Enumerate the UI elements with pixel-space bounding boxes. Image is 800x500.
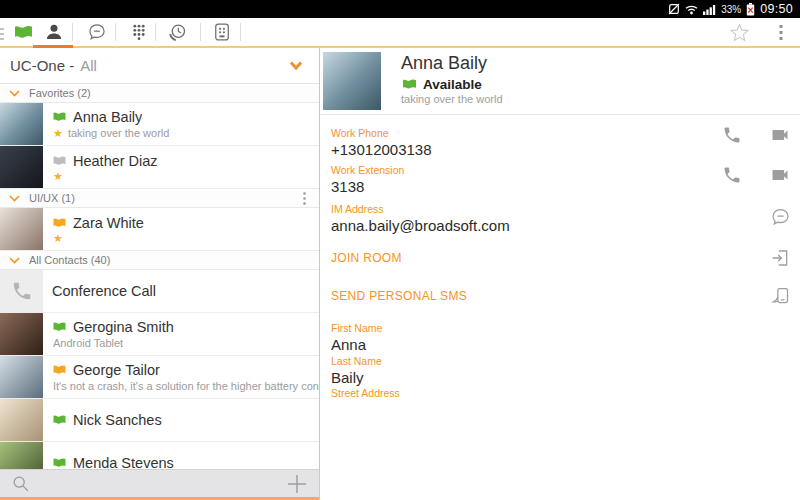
status-bar: 33% 09:50: [0, 0, 800, 18]
contact-row-heather-diaz[interactable]: Heather Diaz ★: [0, 146, 319, 189]
search-icon[interactable]: [12, 475, 30, 493]
contact-name: Nick Sanches: [73, 412, 162, 428]
contact-status: It's not a crash, it's a solution for th…: [53, 380, 319, 392]
video-call-icon[interactable]: [769, 165, 791, 185]
contact-name: Menda Stevens: [73, 455, 174, 469]
battery-alert-icon: [746, 3, 755, 16]
group-menu-icon[interactable]: [303, 192, 310, 205]
avatar: [0, 146, 43, 188]
contact-row-conference-call[interactable]: Conference Call: [0, 270, 319, 313]
field-im-address: IM Address anna.baily@broadsoft.com: [320, 195, 800, 239]
contact-row-george-tailor[interactable]: George Tailor It's not a crash, it's a s…: [0, 356, 319, 399]
directory-selector[interactable]: UC-One - All: [0, 48, 319, 84]
contact-row-nick-sanches[interactable]: Nick Sanches: [0, 399, 319, 442]
action-label: SEND PERSONAL SMS: [331, 289, 467, 303]
tab-call-history-icon[interactable]: [167, 22, 188, 47]
contact-row-gerogina-smith[interactable]: Gerogina Smith Android Tablet: [0, 313, 319, 356]
field-label: Street Address: [331, 387, 800, 399]
favorite-star-icon: ★: [53, 128, 63, 139]
avatar: [0, 208, 43, 250]
active-tab-indicator: [33, 45, 73, 48]
call-icon[interactable]: [722, 125, 742, 145]
avatar: [0, 356, 43, 398]
group-header-all-contacts[interactable]: All Contacts (40): [0, 251, 319, 270]
presence-flag-icon: [52, 217, 67, 229]
contact-name: Conference Call: [52, 283, 156, 299]
overflow-menu-icon[interactable]: [779, 25, 783, 45]
battery-percent: 33%: [721, 4, 741, 15]
avatar: [0, 442, 43, 469]
presence-flag-icon: [52, 457, 67, 469]
presence-flag-icon: [52, 321, 67, 333]
toolbar-divider: [200, 23, 201, 41]
group-title: UI/UX (1): [29, 192, 75, 204]
call-icon[interactable]: [722, 165, 742, 185]
avatar: [0, 103, 43, 145]
favorites-star-icon[interactable]: [729, 22, 750, 47]
toolbar-divider: [115, 23, 116, 41]
group-header-uiux[interactable]: UI/UX (1): [0, 189, 319, 208]
action-label: JOIN ROOM: [331, 251, 402, 265]
sms-icon[interactable]: [770, 286, 791, 307]
contact-photo: [323, 52, 381, 110]
directory-filter: All: [80, 57, 97, 74]
presence-flag-icon: [52, 364, 67, 376]
tab-my-room-icon[interactable]: [212, 22, 232, 46]
field-first-name: First Name Anna: [320, 315, 800, 348]
field-label: IM Address: [331, 203, 800, 215]
group-title: Favorites (2): [29, 87, 91, 99]
contact-row-zara-white[interactable]: Zara White ★: [0, 208, 319, 251]
contact-row-menda-stevens[interactable]: Menda Stevens: [0, 442, 319, 469]
field-label: Last Name: [331, 355, 800, 367]
clock-time: 09:50: [760, 2, 793, 16]
tab-dialpad-icon[interactable]: [129, 22, 149, 46]
signal-strength-icon: [703, 4, 716, 15]
favorite-star-icon: ★: [53, 233, 63, 244]
contact-name: Heather Diaz: [73, 153, 158, 169]
tab-presence-flag-icon[interactable]: [13, 24, 34, 45]
wifi-icon: [685, 4, 698, 15]
favorite-star-icon: ★: [53, 171, 63, 182]
contact-name: Zara White: [73, 215, 144, 231]
join-room-icon[interactable]: [770, 248, 791, 269]
toolbar-accent-line: [0, 46, 800, 48]
presence-flag-icon: [52, 414, 67, 426]
contact-row-anna-baily[interactable]: Anna Baily ★ taking over the world: [0, 103, 319, 146]
group-header-favorites[interactable]: Favorites (2): [0, 84, 319, 103]
tab-chat-icon[interactable]: [87, 22, 107, 46]
status-message: taking over the world: [401, 93, 503, 105]
action-send-personal-sms[interactable]: SEND PERSONAL SMS: [320, 277, 800, 315]
contact-status: Android Tablet: [53, 337, 123, 349]
toolbar-divider: [155, 23, 156, 41]
avatar: [0, 313, 43, 355]
chevron-down-icon: [9, 90, 20, 97]
action-join-room[interactable]: JOIN ROOM: [320, 239, 800, 277]
presence-flag-icon: [52, 155, 67, 167]
toolbar-divider: [72, 23, 73, 41]
contact-detail-name: Anna Baily: [401, 53, 503, 74]
group-title: All Contacts (40): [29, 254, 110, 266]
field-last-name: Last Name Baily: [320, 348, 800, 381]
chevron-down-icon: [9, 257, 20, 264]
contact-detail-pane: Anna Baily Available taking over the wor…: [320, 48, 800, 500]
contact-name: George Tailor: [73, 362, 160, 378]
menu-handle-icon[interactable]: [0, 26, 4, 44]
presence-text: Available: [423, 77, 482, 92]
chevron-down-icon: [289, 61, 303, 70]
add-contact-icon[interactable]: [287, 474, 307, 494]
field-work-phone: Work Phone +13012003138: [320, 115, 800, 155]
conference-call-icon: [0, 270, 43, 312]
contact-name: Anna Baily: [73, 109, 142, 125]
contact-detail-card: Anna Baily Available taking over the wor…: [320, 48, 800, 115]
chat-icon[interactable]: [770, 207, 791, 228]
contact-list-pane: UC-One - All Favorites (2) Anna Bai: [0, 48, 320, 500]
video-call-icon[interactable]: [769, 125, 791, 145]
presence-flag-icon: [52, 111, 67, 123]
field-work-extension: Work Extension 3138: [320, 155, 800, 195]
directory-name: UC-One -: [10, 57, 74, 74]
tab-contacts-icon[interactable]: [44, 22, 64, 46]
chevron-down-icon: [9, 195, 20, 202]
toolbar: [0, 18, 800, 46]
toolbar-divider: [240, 23, 241, 41]
presence-flag-icon: [401, 78, 418, 91]
